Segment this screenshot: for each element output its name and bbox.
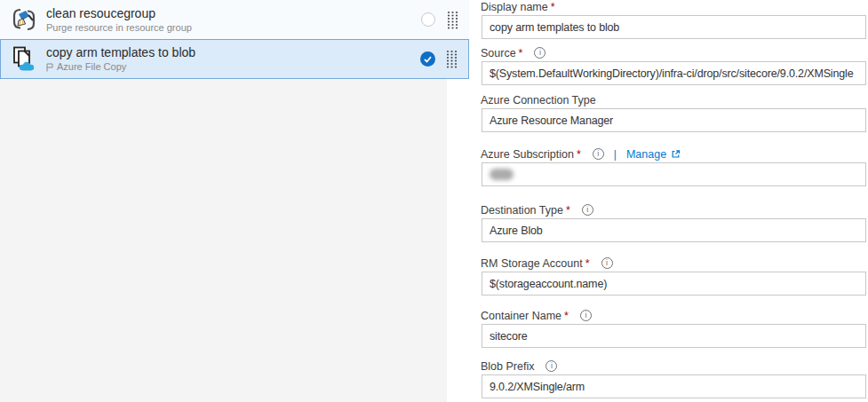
info-icon[interactable]: i: [580, 310, 592, 321]
info-icon[interactable]: i: [582, 204, 593, 216]
form-field-destination-type: Destination Type * i Azure Blob: [481, 203, 868, 242]
required-marker: *: [519, 47, 523, 59]
form-field-azure-subscription: Azure Subscription * i | Manage: [481, 147, 868, 186]
container-name-value: sitecore: [490, 330, 528, 343]
blob-prefix-input[interactable]: 9.0.2/XMSingle/arm: [482, 374, 866, 398]
manage-link[interactable]: Manage: [626, 148, 666, 161]
info-icon[interactable]: i: [534, 47, 545, 59]
external-link-icon[interactable]: [671, 149, 681, 159]
task-settings-form: Display name * copy arm templates to blo…: [481, 0, 868, 402]
form-field-display-name: Display name * copy arm templates to blo…: [481, 0, 868, 39]
azure-subscription-input[interactable]: [482, 162, 866, 186]
info-icon[interactable]: i: [593, 148, 604, 160]
destination-type-value: Azure Blob: [490, 225, 543, 237]
required-marker: *: [564, 310, 569, 322]
drag-handle-icon[interactable]: [446, 50, 458, 68]
form-field-container-name: Container Name * i sitecore: [481, 309, 868, 348]
required-marker: *: [585, 257, 590, 270]
task-title: clean resoucegroup: [46, 6, 192, 21]
field-label: Source: [481, 47, 516, 59]
info-icon[interactable]: i: [545, 360, 557, 372]
field-label: Blob Prefix: [481, 360, 534, 373]
task-item-copy-arm-templates[interactable]: copy arm templates to blob Azure File Co…: [0, 39, 469, 79]
rm-storage-account-input[interactable]: $(storageaccount.name): [482, 272, 866, 296]
task-list-panel: clean resoucegroup Purge resource in res…: [0, 0, 469, 402]
required-marker: *: [551, 1, 555, 13]
form-field-source: Source * i $(System.DefaultWorkingDirect…: [481, 46, 868, 85]
task-title: copy arm templates to blob: [46, 45, 195, 60]
source-input[interactable]: $(System.DefaultWorkingDirectory)/infra-…: [482, 61, 866, 85]
task-selected-check-icon[interactable]: [420, 51, 435, 67]
blob-prefix-value: 9.0.2/XMSingle/arm: [490, 381, 585, 393]
form-field-blob-prefix: Blob Prefix i 9.0.2/XMSingle/arm: [481, 359, 868, 398]
container-name-input[interactable]: sitecore: [482, 324, 866, 348]
azure-connection-type-value: Azure Resource Manager: [490, 114, 613, 127]
rm-storage-account-value: $(storageaccount.name): [490, 278, 607, 290]
field-label: Azure Connection Type: [481, 94, 596, 106]
flag-icon: [46, 63, 53, 72]
redacted-subscription-value: [490, 169, 514, 180]
field-label: Destination Type: [481, 204, 563, 217]
info-icon[interactable]: i: [601, 257, 613, 269]
purge-broom-icon: [11, 5, 37, 34]
label-separator: |: [614, 148, 617, 161]
field-label: RM Storage Account: [481, 257, 583, 270]
azure-connection-type-input[interactable]: Azure Resource Manager: [482, 108, 866, 132]
required-marker: *: [577, 148, 581, 161]
field-label: Display name: [481, 1, 548, 13]
task-subtitle-label: Azure File Copy: [57, 61, 126, 73]
azure-file-copy-icon: [11, 45, 37, 74]
task-subtitle: Azure File Copy: [46, 61, 195, 73]
display-name-value: copy arm templates to blob: [490, 21, 619, 34]
field-label: Container Name: [481, 310, 561, 322]
drag-handle-icon[interactable]: [447, 11, 458, 29]
task-select-radio[interactable]: [421, 12, 435, 27]
destination-type-input[interactable]: Azure Blob: [482, 218, 866, 242]
display-name-input[interactable]: copy arm templates to blob: [482, 15, 866, 39]
task-item-clean-resourcegroup[interactable]: clean resoucegroup Purge resource in res…: [0, 0, 469, 39]
required-marker: *: [566, 204, 570, 217]
task-subtitle: Purge resource in resource group: [46, 22, 192, 34]
field-label: Azure Subscription: [481, 148, 574, 161]
form-field-azure-connection-type: Azure Connection Type Azure Resource Man…: [481, 93, 868, 132]
form-field-rm-storage-account: RM Storage Account * i $(storageaccount.…: [481, 256, 868, 296]
source-value: $(System.DefaultWorkingDirectory)/infra-…: [490, 67, 854, 80]
task-list-empty-area: [0, 79, 447, 402]
